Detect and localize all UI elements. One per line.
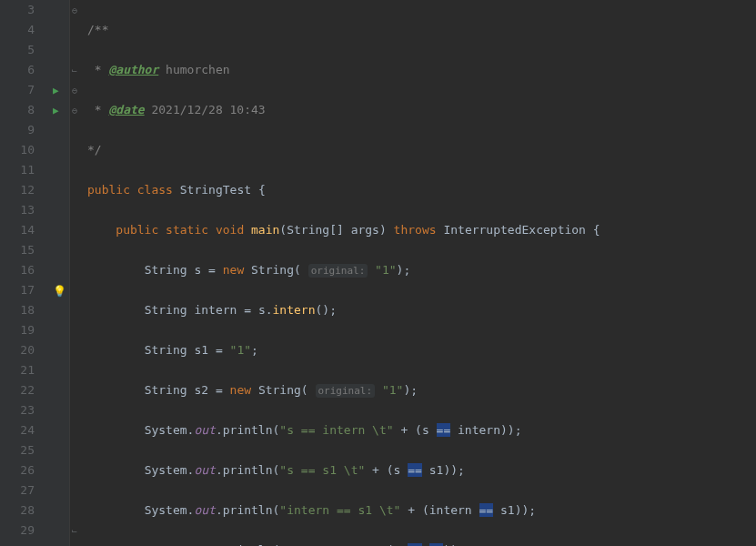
line-number: 23 — [0, 400, 51, 420]
javadoc-date-value: 2021/12/28 10:43 — [151, 103, 265, 116]
line-number: 6 — [0, 60, 51, 80]
line-number: 21 — [0, 360, 51, 380]
class-name: StringTest — [180, 183, 251, 197]
line-number: 12 — [0, 180, 51, 200]
line-number: 22 — [0, 380, 51, 400]
gutter-icons: ▶ ▶ 💡 — [51, 0, 69, 546]
line-number: 18 — [0, 300, 51, 320]
line-number: 9 — [0, 120, 51, 140]
line-number: 14 — [0, 220, 51, 240]
line-number: 16 — [0, 260, 51, 280]
javadoc-open: /** — [87, 23, 108, 36]
run-main-icon[interactable]: ▶ — [53, 101, 59, 121]
line-number: 7 — [0, 80, 51, 100]
line-number: 11 — [0, 160, 51, 180]
code-editor[interactable]: 3 4 5 6 7 8 9 10 11 12 13 14 15 16 17 18… — [0, 0, 756, 546]
fold-column: ⊖ ⌙ ⊖ ⊖ ⌙ — [69, 0, 82, 546]
fold-end-icon[interactable]: ⌙ — [72, 61, 77, 81]
javadoc-author-value: humorchen — [166, 63, 229, 76]
line-number: 10 — [0, 140, 51, 160]
code-area[interactable]: /** * @author humorchen * @date 2021/12/… — [82, 0, 756, 546]
javadoc-close: */ — [87, 143, 102, 157]
line-number: 15 — [0, 240, 51, 260]
javadoc-date-tag: @date — [108, 103, 144, 116]
line-number: 26 — [0, 460, 51, 480]
line-number: 19 — [0, 320, 51, 340]
line-number: 17 — [0, 280, 51, 300]
line-number: 29 — [0, 521, 51, 541]
line-number: 20 — [0, 340, 51, 360]
fold-toggle-icon[interactable]: ⊖ — [72, 81, 77, 101]
javadoc-author-tag: @author — [108, 63, 158, 76]
param-hint: original: — [308, 264, 368, 278]
line-number: 4 — [0, 20, 51, 40]
line-number: 25 — [0, 440, 51, 460]
line-number: 3 — [0, 0, 51, 20]
main-method: main — [251, 223, 279, 237]
line-number: 13 — [0, 200, 51, 220]
intention-bulb-icon[interactable]: 💡 — [53, 281, 66, 301]
line-number: 5 — [0, 40, 51, 60]
fold-toggle-icon[interactable]: ⊖ — [72, 101, 77, 121]
line-number: 28 — [0, 500, 51, 521]
run-class-icon[interactable]: ▶ — [53, 81, 59, 101]
line-number: 8 — [0, 100, 51, 120]
line-number-gutter: 3 4 5 6 7 8 9 10 11 12 13 14 15 16 17 18… — [0, 0, 51, 546]
fold-toggle-icon[interactable]: ⊖ — [72, 1, 77, 21]
fold-end-icon[interactable]: ⌙ — [72, 521, 77, 541]
line-number: 27 — [0, 480, 51, 500]
line-number: 24 — [0, 420, 51, 440]
